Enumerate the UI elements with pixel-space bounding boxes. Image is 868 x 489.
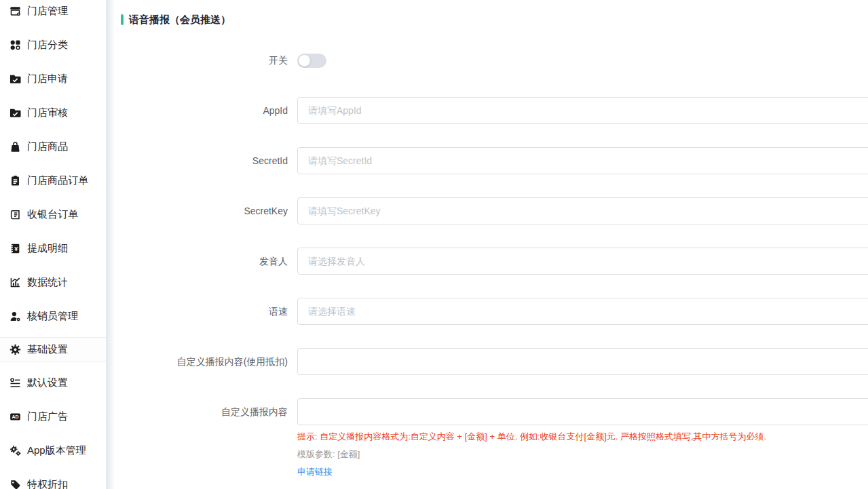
sidebar-item-privilege-discount[interactable]: 特权折扣 <box>0 467 106 489</box>
sidebar-item-label: 门店商品 <box>27 140 68 153</box>
section-accent-bar <box>121 14 124 25</box>
sidebar-item-label: 提成明细 <box>27 242 68 255</box>
sidebar-item-label: 数据统计 <box>27 276 68 289</box>
template-param-text: 模版参数: [金额] <box>297 448 868 461</box>
section-header: 语音播报（会员推送） <box>114 0 868 25</box>
sidebar-item-label: 门店管理 <box>27 5 68 18</box>
sidebar-item-cashier-orders[interactable]: 收银台订单 <box>0 197 106 231</box>
sidebar-item-store-audit[interactable]: 门店审核 <box>0 96 106 130</box>
svg-text:AD: AD <box>12 414 18 419</box>
secretkey-input[interactable] <box>297 197 868 224</box>
sidebar-item-commission-detail[interactable]: ¥ 提成明细 <box>0 231 106 265</box>
custom-deduct-input[interactable] <box>297 348 868 375</box>
form-row-speaker: 发音人 <box>114 248 868 275</box>
category-grid-icon <box>9 39 21 51</box>
sidebar-item-store-category[interactable]: 门店分类 <box>0 28 106 62</box>
voice-broadcast-form: 开关 AppId SecretId Se <box>114 47 868 478</box>
appid-label: AppId <box>114 97 288 124</box>
sidebar-item-basic-settings[interactable]: 基础设置 <box>0 337 106 361</box>
sidebar-item-label: 特权折扣 <box>27 478 68 489</box>
secretid-input[interactable] <box>297 147 868 174</box>
speed-select[interactable] <box>297 298 868 325</box>
sidebar: 门店管理 门店分类 门店申请 门店审核 <box>0 0 106 489</box>
sidebar-item-label: 收银台订单 <box>27 208 78 221</box>
voice-switch-toggle[interactable] <box>297 54 326 68</box>
clipboard-icon <box>9 174 21 187</box>
sidebar-scrollbar[interactable] <box>106 0 114 489</box>
sidebar-menu: 门店管理 门店分类 门店申请 门店审核 <box>0 0 106 489</box>
sidebar-item-label: App版本管理 <box>27 444 86 457</box>
sidebar-item-default-settings[interactable]: 默认设置 <box>0 366 106 399</box>
secretid-label: SecretId <box>114 147 288 174</box>
form-row-secretkey: SecretKey <box>114 197 868 224</box>
app-root: 门店管理 门店分类 门店申请 门店审核 <box>0 0 868 489</box>
sidebar-item-label: 基础设置 <box>27 343 68 356</box>
sidebar-item-store-apply[interactable]: 门店申请 <box>0 62 106 96</box>
switch-label: 开关 <box>114 47 288 74</box>
sidebar-item-label: 门店分类 <box>27 39 68 52</box>
sidebar-item-label: 门店审核 <box>27 106 68 119</box>
sidebar-item-store-goods-orders[interactable]: 门店商品订单 <box>0 163 106 197</box>
custom-content-label: 自定义播报内容 <box>114 398 288 425</box>
appid-input[interactable] <box>297 97 868 124</box>
sidebar-item-verifier-manage[interactable]: 核销员管理 <box>0 299 106 333</box>
gear-icon <box>9 343 21 355</box>
form-row-switch: 开关 <box>114 47 868 74</box>
toggle-knob <box>299 55 310 66</box>
speaker-select[interactable] <box>297 248 868 275</box>
receipt-icon <box>9 208 21 220</box>
folder-check-icon <box>9 73 21 85</box>
user-gear-icon <box>9 310 21 322</box>
custom-content-input[interactable] <box>297 398 868 425</box>
secretkey-label: SecretKey <box>114 197 288 224</box>
speaker-label: 发音人 <box>114 248 288 275</box>
cogs-icon <box>9 444 21 456</box>
sidebar-item-label: 门店广告 <box>27 410 68 423</box>
ledger-yen-icon: ¥ <box>9 242 21 254</box>
ad-badge-icon: AD <box>9 410 21 423</box>
speed-label: 语速 <box>114 298 288 325</box>
section-title: 语音播报（会员推送） <box>129 14 231 25</box>
sidebar-item-label: 门店商品订单 <box>27 174 88 187</box>
store-gear-icon <box>9 5 21 17</box>
form-row-custom-deduct: 自定义播报内容(使用抵扣) <box>114 348 868 375</box>
sidebar-item-store-goods[interactable]: 门店商品 <box>0 130 106 163</box>
form-row-speed: 语速 <box>114 298 868 325</box>
sidebar-item-label: 默认设置 <box>27 376 68 389</box>
chart-icon <box>9 276 21 288</box>
sidebar-item-label: 门店申请 <box>27 73 68 85</box>
discount-tag-icon <box>9 478 21 489</box>
sidebar-item-store-manage[interactable]: 门店管理 <box>0 0 106 28</box>
apply-link[interactable]: 申请链接 <box>297 466 333 478</box>
sidebar-item-app-version[interactable]: App版本管理 <box>0 433 106 467</box>
sidebar-item-store-ads[interactable]: AD 门店广告 <box>0 399 106 433</box>
sidebar-item-data-statistics[interactable]: 数据统计 <box>0 265 106 299</box>
shopping-bag-icon <box>9 140 21 153</box>
main-content: 语音播报（会员推送） 开关 AppId SecretId <box>114 0 868 489</box>
custom-deduct-label: 自定义播报内容(使用抵扣) <box>114 348 288 375</box>
sidebar-item-label: 核销员管理 <box>27 310 78 323</box>
form-row-secretid: SecretId <box>114 147 868 174</box>
folder-check-icon <box>9 106 21 119</box>
settings-list-icon <box>9 376 21 389</box>
form-row-appid: AppId <box>114 97 868 124</box>
format-hint-text: 提示: 自定义播报内容格式为:自定义内容 + [金额] + 单位. 例如:收银台… <box>297 431 868 443</box>
form-row-custom: 自定义播报内容 提示: 自定义播报内容格式为:自定义内容 + [金额] + 单位… <box>114 398 868 478</box>
svg-text:¥: ¥ <box>14 245 18 252</box>
